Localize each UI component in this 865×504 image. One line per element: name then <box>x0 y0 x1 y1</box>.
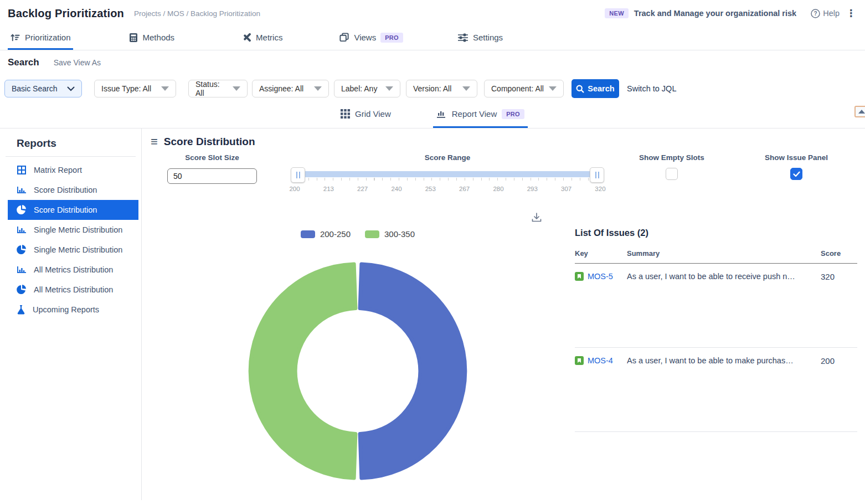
sidebar-item-score-distribution-bar[interactable]: Score Distribution <box>8 180 138 200</box>
triangle-down-icon <box>385 86 393 91</box>
legend-label: 300-350 <box>384 229 415 239</box>
show-issue-panel-label: Show Issue Panel <box>752 153 841 162</box>
tab-prioritization[interactable]: Prioritization <box>8 27 73 50</box>
tab-methods[interactable]: Methods <box>126 27 177 50</box>
save-view-as-link[interactable]: Save View As <box>54 58 101 67</box>
report-chart-icon <box>436 109 447 119</box>
switch-to-jql-link[interactable]: Switch to JQL <box>627 84 676 93</box>
sidebar-item-label: Score Distribution <box>34 186 97 194</box>
chart-legend: 200-250 300-350 <box>142 229 574 239</box>
svg-text:?: ? <box>814 11 817 17</box>
search-button-label: Search <box>588 84 614 93</box>
issues-header-row: Key Summary Score <box>575 249 857 264</box>
sidebar-item-all-metrics-pie[interactable]: All Metrics Distribution <box>8 280 138 300</box>
check-icon <box>793 171 800 177</box>
show-issue-panel-checkbox[interactable] <box>790 168 802 180</box>
sliders-icon <box>457 33 468 43</box>
filter-label: Status: All <box>195 80 228 97</box>
flask-icon <box>17 305 25 315</box>
score-slot-size-input[interactable] <box>167 168 257 184</box>
table-row[interactable]: MOS-4 As a user, I want to be able to ma… <box>575 348 857 432</box>
slider-handle-max[interactable] <box>590 167 604 183</box>
app-window: Backlog Prioritization Projects / MOS / … <box>0 0 865 504</box>
slider-tick-labels: 200213227240253267280293307320 <box>286 186 609 192</box>
filter-version[interactable]: Version: All <box>406 80 477 97</box>
tab-label: Views <box>354 33 376 42</box>
filter-assignee[interactable]: Assignee: All <box>252 80 329 97</box>
tab-metrics[interactable]: Metrics <box>239 27 285 50</box>
promo-text: Track and Manage your organizational ris… <box>634 9 796 18</box>
search-icon <box>576 85 584 93</box>
pie-chart-icon <box>17 245 27 255</box>
sidebar-item-label: Single Metric Distribution <box>34 225 122 234</box>
score-slot-size-label: Score Slot Size <box>167 153 257 162</box>
search-button[interactable]: Search <box>571 79 619 98</box>
pro-badge: PRO <box>502 109 524 119</box>
basic-search-dropdown[interactable]: Basic Search <box>4 80 82 97</box>
tab-grid-view[interactable]: Grid View <box>337 101 394 128</box>
kebab-menu-icon[interactable]: ⋮ <box>845 8 857 18</box>
story-type-icon <box>575 356 584 365</box>
triangle-down-icon <box>233 86 240 91</box>
show-issue-panel-group: Show Issue Panel <box>752 153 841 180</box>
collapse-panel-button[interactable] <box>854 106 865 117</box>
slider-track[interactable] <box>291 171 604 177</box>
filter-label: Label: Any <box>341 84 377 93</box>
score-distribution-donut-chart[interactable] <box>246 259 470 483</box>
legend-swatch-green <box>365 230 379 238</box>
tab-report-view[interactable]: Report View PRO <box>433 101 528 128</box>
legend-item-200-250[interactable]: 200-250 <box>301 229 351 239</box>
filter-label: Version: All <box>413 84 451 93</box>
pro-badge: PRO <box>380 33 403 43</box>
filter-label: Component: All <box>491 84 544 93</box>
issues-title: List Of Issues (2) <box>575 228 857 238</box>
filter-status[interactable]: Status: All <box>188 80 248 97</box>
sidebar-item-label: Matrix Report <box>34 166 82 174</box>
sidebar-item-label: All Metrics Distribution <box>34 265 113 274</box>
sidebar-item-single-metric-bar[interactable]: Single Metric Distribution <box>8 220 138 240</box>
divider <box>6 156 136 157</box>
tab-views[interactable]: Views PRO <box>337 27 405 50</box>
sidebar-item-label: Single Metric Distribution <box>34 245 122 254</box>
download-chart-icon[interactable] <box>531 212 542 225</box>
tab-label: Prioritization <box>25 33 71 42</box>
issues-table: Key Summary Score MOS-5 As a user <box>575 249 857 432</box>
sidebar-item-single-metric-pie[interactable]: Single Metric Distribution <box>8 240 138 260</box>
triangle-up-icon <box>858 110 865 114</box>
tab-settings[interactable]: Settings <box>455 27 505 50</box>
sidebar-item-upcoming-reports[interactable]: Upcoming Reports <box>8 300 138 320</box>
matrix-icon <box>17 165 27 175</box>
chart-area: 200-250 300-350 <box>142 211 574 504</box>
score-range-slider[interactable] <box>291 166 604 185</box>
grid-icon <box>341 109 350 119</box>
help-button[interactable]: ? Help <box>811 9 840 18</box>
sidebar-heading: Reports <box>0 137 141 150</box>
view-tab-label: Report View <box>452 109 497 119</box>
score-range-label: Score Range <box>291 153 604 162</box>
sidebar-item-label: Upcoming Reports <box>33 305 99 314</box>
sidebar-item-all-metrics-bar[interactable]: All Metrics Distribution <box>8 260 138 280</box>
donut-slice-200-250 <box>360 264 465 478</box>
calculator-icon <box>128 33 138 43</box>
table-row[interactable]: MOS-5 As a user, I want to be able to re… <box>575 264 857 348</box>
view-tab-label: Grid View <box>355 109 391 119</box>
issue-key-link[interactable]: MOS-4 <box>588 356 613 365</box>
slider-handle-min[interactable] <box>291 167 305 183</box>
filter-row: Basic Search Issue Type: All Status: All… <box>4 79 857 98</box>
legend-item-300-350[interactable]: 300-350 <box>365 229 415 239</box>
pie-chart-icon <box>17 205 27 215</box>
issue-key-link[interactable]: MOS-5 <box>588 272 613 281</box>
filter-issue-type[interactable]: Issue Type: All <box>94 80 176 97</box>
sidebar-item-matrix-report[interactable]: Matrix Report <box>8 160 138 180</box>
sidebar-item-score-distribution-pie[interactable]: Score Distribution <box>8 200 138 220</box>
new-badge: NEW <box>605 8 629 18</box>
report-title: Score Distribution <box>164 136 255 148</box>
issue-score: 320 <box>821 272 857 281</box>
show-empty-slots-checkbox[interactable] <box>666 168 678 180</box>
legend-label: 200-250 <box>320 229 351 239</box>
tab-label: Methods <box>143 33 175 42</box>
filter-component[interactable]: Component: All <box>484 80 564 97</box>
report-content: ≡ Score Distribution Score Slot Size Sco… <box>142 128 865 500</box>
filter-label-any[interactable]: Label: Any <box>334 80 400 97</box>
hamburger-icon[interactable]: ≡ <box>151 136 158 148</box>
